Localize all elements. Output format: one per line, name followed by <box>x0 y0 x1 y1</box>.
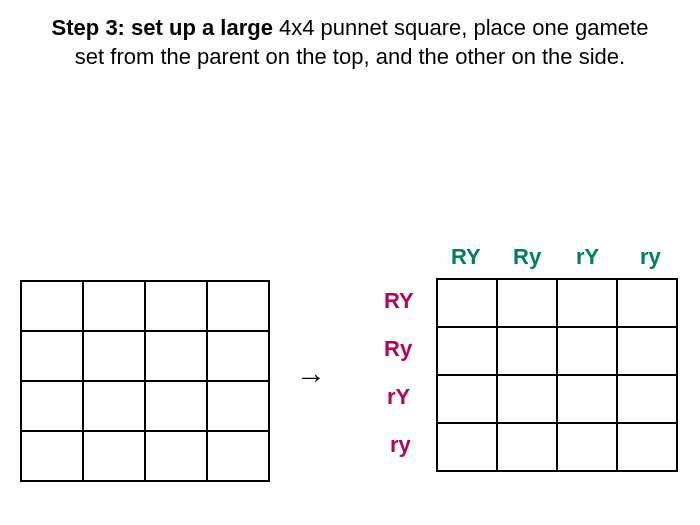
top-gamete-ry: ry <box>640 244 661 270</box>
instruction-bold: Step 3: set up a large <box>52 15 273 40</box>
top-gamete-rY: rY <box>576 244 599 270</box>
punnett-grid-empty <box>20 280 270 482</box>
top-gamete-Ry: Ry <box>513 244 541 270</box>
top-gamete-RY: RY <box>451 244 481 270</box>
side-gamete-RY: RY <box>384 288 414 314</box>
arrow-icon: → <box>296 360 326 394</box>
side-gamete-rY: rY <box>387 384 410 410</box>
side-gamete-Ry: Ry <box>384 336 412 362</box>
punnett-grid-labeled <box>436 278 678 472</box>
side-gamete-ry: ry <box>390 432 411 458</box>
instruction-text: Step 3: set up a large 4x4 punnet square… <box>50 14 650 71</box>
